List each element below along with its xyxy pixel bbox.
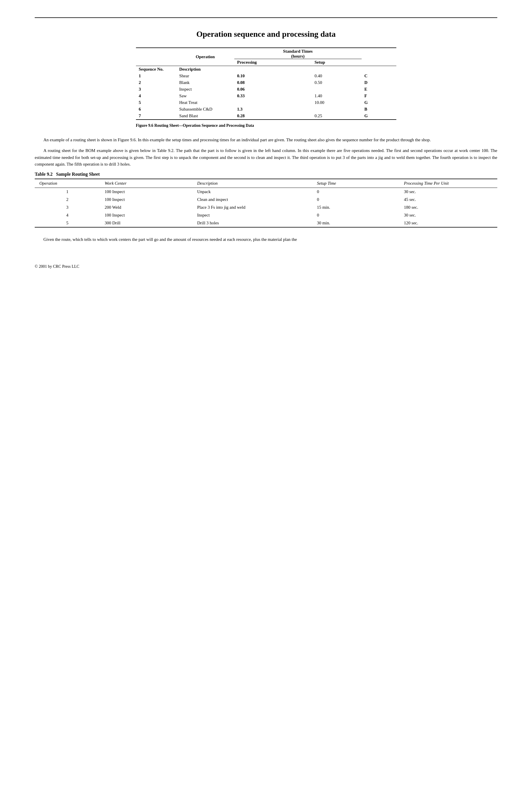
top-rule [35, 17, 497, 18]
table-label: Table 9.2 Sample Routing Sheet [35, 172, 497, 177]
fig-row-comp: G [362, 99, 396, 106]
fig-row-setup: 0.40 [311, 73, 361, 79]
col-header-setup: Setup [311, 59, 361, 66]
fig-row-setup: 1.40 [311, 93, 361, 99]
fig-row-proc [234, 99, 312, 106]
page-title: Operation sequence and processing data [35, 30, 497, 39]
fig-row-setup [311, 86, 361, 93]
col-header-component [362, 48, 396, 66]
body-para-2: A routing sheet for the BOM example abov… [35, 147, 497, 168]
fig-row-desc: Heat Treat [176, 99, 234, 106]
fig-row-desc: Blank [176, 79, 234, 86]
fig-row-seq: 3 [136, 86, 176, 93]
rt-row-proc: 30 sec. [399, 211, 497, 219]
figure-table-container: Operation Standard Times (hours) Process… [136, 48, 396, 128]
col-header-operation: Operation [176, 48, 234, 66]
fig-row-proc: 0.10 [234, 73, 312, 79]
fig-row-proc: 1.3 [234, 106, 312, 113]
rt-row-proc: 30 sec. [399, 188, 497, 196]
rt-row-proc: 120 sec. [399, 219, 497, 227]
fig-row-desc: Shear [176, 73, 234, 79]
rt-row-wc: 100 Inspect [100, 211, 193, 219]
rt-row-desc: Drill 3 holes [193, 219, 312, 227]
rt-row-op: 4 [35, 211, 100, 219]
fig-row-desc: Subassemble C&D [176, 106, 234, 113]
fig-row-comp: F [362, 93, 396, 99]
rt-row-desc: Unpack [193, 188, 312, 196]
fig-row-comp: C [362, 73, 396, 79]
rt-row-desc: Clean and inspect [193, 196, 312, 203]
rt-col-header-wc: Work Center [100, 179, 193, 188]
rt-row-setup: 0 [312, 196, 399, 203]
fig-row-desc: Inspect [176, 86, 234, 93]
fig-row-seq: 5 [136, 99, 176, 106]
col-header-standard-times: Standard Times (hours) [234, 48, 362, 59]
rt-row-setup: 0 [312, 211, 399, 219]
fig-row-setup: 10.00 [311, 99, 361, 106]
rt-row-desc: Inspect [193, 211, 312, 219]
fig-row-proc: 0.06 [234, 86, 312, 93]
rt-row-setup: 0 [312, 188, 399, 196]
fig-row-desc: Sand Blast [176, 113, 234, 120]
rt-col-header-setup: Setup Time [312, 179, 399, 188]
rt-row-wc: 200 Weld [100, 203, 193, 211]
fig-row-seq: 6 [136, 106, 176, 113]
routing-table: Operation Work Center Description Setup … [35, 179, 497, 227]
col-subheader-desc: Description [176, 66, 234, 73]
rt-col-header-proc: Processing Time Per Unit [399, 179, 497, 188]
fig-row-comp: D [362, 79, 396, 86]
closing-para: Given the route, which tells to which wo… [35, 236, 497, 243]
rt-row-setup: 15 min. [312, 203, 399, 211]
rt-row-proc: 45 sec. [399, 196, 497, 203]
fig-row-comp: E [362, 86, 396, 93]
fig-row-comp: B [362, 106, 396, 113]
fig-row-seq: 4 [136, 93, 176, 99]
rt-row-wc: 300 Drill [100, 219, 193, 227]
fig-row-setup [311, 106, 361, 113]
col-subheader-seq: Sequence No. [136, 66, 176, 73]
rt-row-op: 1 [35, 188, 100, 196]
figure-table: Operation Standard Times (hours) Process… [136, 48, 396, 120]
rt-row-wc: 100 Inspect [100, 196, 193, 203]
rt-col-header-op: Operation [35, 179, 100, 188]
fig-row-proc: 0.28 [234, 113, 312, 120]
fig-row-desc: Saw [176, 93, 234, 99]
table-9-2-container: Table 9.2 Sample Routing Sheet Operation… [35, 172, 497, 227]
footer: © 2001 by CRC Press LLC [35, 247, 497, 269]
rt-row-op: 2 [35, 196, 100, 203]
rt-row-setup: 30 min. [312, 219, 399, 227]
rt-row-op: 3 [35, 203, 100, 211]
fig-row-seq: 2 [136, 79, 176, 86]
rt-row-op: 5 [35, 219, 100, 227]
fig-row-seq: 7 [136, 113, 176, 120]
rt-col-header-desc: Description [193, 179, 312, 188]
fig-row-comp: G [362, 113, 396, 120]
figure-caption: Figure 9.6 Routing Sheet—Operation Seque… [136, 123, 396, 128]
fig-row-setup: 0.50 [311, 79, 361, 86]
rt-row-wc: 100 Inspect [100, 188, 193, 196]
col-header-processing: Processing [234, 59, 312, 66]
fig-row-proc: 0.33 [234, 93, 312, 99]
rt-row-proc: 180 sec. [399, 203, 497, 211]
rt-row-desc: Place 3 Fs into jig and weld [193, 203, 312, 211]
fig-row-seq: 1 [136, 73, 176, 79]
fig-row-setup: 0.25 [311, 113, 361, 120]
col-header-seq [136, 48, 176, 66]
body-para-1: An example of a routing sheet is shown i… [35, 136, 497, 143]
fig-row-proc: 0.08 [234, 79, 312, 86]
